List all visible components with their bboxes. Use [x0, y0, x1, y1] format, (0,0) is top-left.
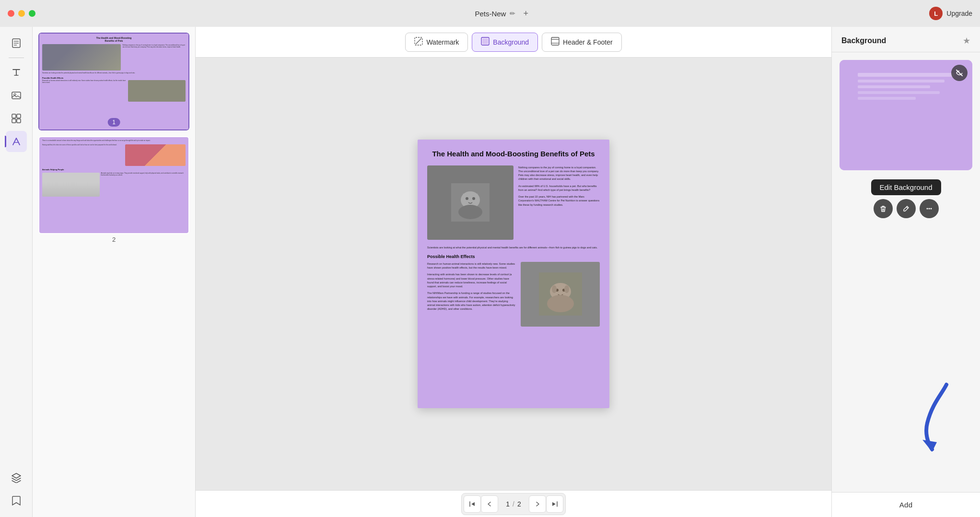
- svg-point-35: [928, 208, 930, 210]
- doc-s2-text3: The NIH/Mars Partnership is funding a ra…: [427, 291, 516, 311]
- doc-text-block: Research on human-animal interactions is…: [427, 262, 516, 327]
- doc-title: Pets-New: [475, 10, 506, 18]
- add-tab-button[interactable]: +: [523, 9, 528, 19]
- svg-rect-16: [551, 37, 559, 45]
- svg-rect-9: [12, 119, 16, 123]
- sidebar-item-layers[interactable]: [6, 467, 27, 488]
- watermark-button[interactable]: Watermark: [405, 33, 468, 52]
- right-panel-content: Edit Background: [832, 52, 980, 492]
- last-page-button[interactable]: [546, 495, 563, 513]
- arrow-indicator: [903, 375, 966, 454]
- page-navigation: 1 / 2: [196, 490, 831, 517]
- thumb1-bottom-row: Research on human-animal interactions is…: [42, 80, 186, 102]
- thumb1-content: The Health and Mood-BoostingBenefits of …: [39, 34, 188, 129]
- sidebar-divider: [9, 58, 24, 58]
- canvas-area: The Health and Mood-Boosting Benefits of…: [196, 58, 831, 490]
- minimize-button[interactable]: [18, 10, 25, 17]
- background-preview-card: Edit Background: [840, 60, 972, 170]
- more-options-button[interactable]: [920, 199, 939, 218]
- svg-point-36: [930, 208, 932, 210]
- header-footer-label: Header & Footer: [563, 38, 613, 46]
- thumb1-text: Nothing compares to the joy of coming ho…: [122, 44, 186, 70]
- page-separator: /: [513, 500, 514, 508]
- background-icon: [481, 37, 490, 47]
- page-2-label: 2: [38, 234, 189, 245]
- header-footer-button[interactable]: Header & Footer: [542, 33, 622, 52]
- page-1-badge: 1: [107, 118, 120, 127]
- svg-point-30: [547, 295, 574, 312]
- delete-background-button[interactable]: [874, 199, 893, 218]
- edit-background-button[interactable]: [897, 199, 916, 218]
- bg-visibility-icon[interactable]: [951, 65, 968, 81]
- doc-separator: Scientists are looking at what the poten…: [427, 246, 600, 249]
- star-icon[interactable]: ★: [963, 35, 970, 46]
- doc-cat-image: [427, 165, 513, 240]
- traffic-lights: [8, 10, 35, 17]
- top-toolbar: Watermark Background: [196, 27, 831, 58]
- user-avatar: L: [929, 7, 943, 20]
- page-thumbnail-1[interactable]: The Health and Mood-BoostingBenefits of …: [38, 33, 189, 130]
- doc-text-col: Nothing compares to the joy of coming ho…: [518, 165, 600, 240]
- document-page: The Health and Mood-Boosting Benefits of…: [418, 140, 609, 408]
- title-area: Pets-New ✏ +: [79, 9, 924, 19]
- doc-main-row: Nothing compares to the joy of coming ho…: [427, 165, 600, 240]
- svg-rect-10: [17, 119, 21, 123]
- close-button[interactable]: [8, 10, 14, 17]
- svg-rect-7: [12, 114, 16, 118]
- svg-rect-15: [482, 38, 488, 44]
- sidebar-item-elements[interactable]: [6, 108, 27, 129]
- sidebar-item-media[interactable]: [6, 85, 27, 106]
- pages-panel: The Health and Mood-BoostingBenefits of …: [33, 27, 196, 517]
- edit-background-tooltip: Edit Background: [871, 179, 941, 195]
- thumb1-cat-img: [42, 44, 121, 70]
- edit-doc-title-icon[interactable]: ✏: [510, 10, 515, 17]
- svg-line-13: [416, 38, 421, 44]
- doc-s2-text1: Research on human-animal interactions is…: [427, 262, 516, 270]
- next-page-button[interactable]: [529, 495, 546, 513]
- page-thumb-inner-1: The Health and Mood-BoostingBenefits of …: [38, 33, 189, 130]
- doc-body-text1: Nothing compares to the joy of coming ho…: [518, 165, 600, 181]
- svg-point-23: [458, 205, 482, 219]
- sidebar-item-design[interactable]: [6, 131, 27, 152]
- svg-point-34: [926, 208, 928, 210]
- page-thumb-inner-2: There is a remarkable amount to learn ab…: [38, 136, 189, 234]
- background-button[interactable]: Background: [472, 33, 538, 52]
- upgrade-button[interactable]: L Upgrade: [929, 7, 972, 20]
- sidebar-item-text[interactable]: [6, 62, 27, 83]
- bg-action-row: [874, 199, 939, 218]
- right-panel-title: Background: [841, 36, 886, 45]
- watermark-icon: [414, 37, 423, 47]
- thumb2-content: There is a remarkable amount to learn ab…: [39, 137, 188, 233]
- right-panel-header: Background ★: [832, 27, 980, 52]
- background-label: Background: [493, 38, 529, 46]
- sidebar-item-bookmark[interactable]: [6, 490, 27, 511]
- prev-page-button[interactable]: [481, 495, 498, 513]
- svg-point-6: [14, 94, 16, 95]
- title-bar: Pets-New ✏ + L Upgrade: [0, 0, 980, 27]
- page-thumbnail-2[interactable]: There is a remarkable amount to learn ab…: [38, 136, 189, 245]
- doc-dog-image: [521, 262, 600, 327]
- svg-rect-5: [12, 92, 21, 99]
- right-panel: Background ★: [831, 27, 980, 517]
- current-page: 1: [506, 500, 510, 508]
- watermark-label: Watermark: [426, 38, 459, 46]
- svg-rect-8: [17, 114, 21, 118]
- doc-body-text2: An estimated 68% of U.S. households have…: [518, 184, 600, 192]
- svg-point-29: [564, 285, 569, 293]
- doc-section-row: Research on human-animal interactions is…: [427, 262, 600, 327]
- maximize-button[interactable]: [29, 10, 35, 17]
- thumb1-row: Nothing compares to the joy of coming ho…: [42, 44, 186, 70]
- doc-section2: Possible Health Effects Research on huma…: [427, 254, 600, 327]
- main-container: The Health and Mood-BoostingBenefits of …: [0, 27, 980, 517]
- left-sidebar: [0, 27, 33, 517]
- sidebar-item-pages[interactable]: [6, 33, 27, 54]
- svg-point-21: [466, 197, 468, 200]
- svg-point-28: [552, 285, 557, 293]
- first-page-button[interactable]: [464, 495, 481, 513]
- page-info: 1 / 2: [498, 500, 528, 508]
- doc-section-title: Possible Health Effects: [427, 254, 600, 259]
- add-background-button[interactable]: Add: [832, 492, 980, 517]
- doc-heading: The Health and Mood-Boosting Benefits of…: [427, 149, 600, 159]
- total-pages: 2: [517, 500, 521, 508]
- cat-placeholder: [427, 165, 513, 240]
